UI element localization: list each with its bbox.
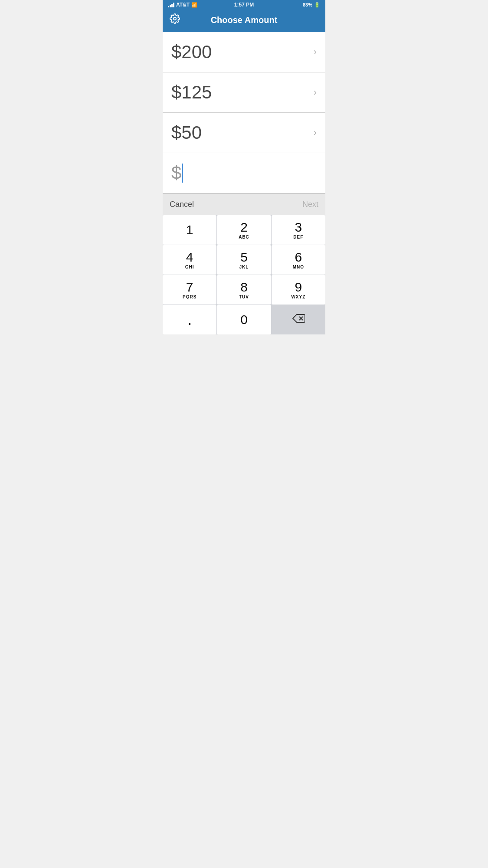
key-1[interactable]: 1 [163, 215, 216, 245]
currency-symbol: $ [171, 163, 181, 183]
key-0[interactable]: 0 [217, 305, 271, 334]
key-9[interactable]: 9WXYZ [272, 275, 325, 305]
key-6[interactable]: 6MNO [272, 245, 325, 275]
key-7[interactable]: 7PQRS [163, 275, 216, 305]
key-number-3: 3 [295, 221, 302, 234]
key-8[interactable]: 8TUV [217, 275, 271, 305]
chevron-icon-50: › [314, 127, 317, 138]
svg-point-0 [174, 17, 176, 20]
amount-list: $200 › $125 › $50 › $ [163, 32, 325, 193]
key-number-6: 6 [295, 251, 302, 264]
key-number-7: 7 [186, 281, 193, 294]
battery-percent: 83% [303, 2, 312, 7]
key-number-0: 0 [240, 313, 248, 326]
amount-value-50: $50 [171, 122, 202, 143]
key-number-5: 5 [240, 251, 248, 264]
delete-icon [292, 314, 305, 326]
key-letters-4: GHI [185, 265, 194, 269]
key-2[interactable]: 2ABC [217, 215, 271, 245]
key-dot[interactable]: . [163, 305, 216, 334]
status-bar: AT&T 📶 1:57 PM 83% 🔋 [163, 0, 325, 10]
key-number-8: 8 [240, 281, 248, 294]
amount-row-125[interactable]: $125 › [163, 72, 325, 113]
action-bar: Cancel Next [163, 193, 325, 215]
key-letters-9: WXYZ [291, 295, 305, 299]
key-letters-2: ABC [239, 235, 249, 239]
key-number-4: 4 [186, 251, 193, 264]
signal-bars [168, 2, 174, 7]
next-button[interactable]: Next [302, 198, 318, 211]
key-dot-symbol: . [187, 312, 192, 328]
carrier-label: AT&T [176, 2, 190, 8]
key-letters-6: MNO [293, 265, 304, 269]
key-number-9: 9 [295, 281, 302, 294]
amount-value-125: $125 [171, 82, 212, 103]
battery-icon: 🔋 [314, 2, 320, 8]
amount-value-200: $200 [171, 42, 212, 62]
key-letters-3: DEF [293, 235, 303, 239]
page-title: Choose Amount [211, 15, 278, 25]
key-5[interactable]: 5JKL [217, 245, 271, 275]
cancel-button[interactable]: Cancel [170, 198, 194, 211]
key-letters-7: PQRS [183, 295, 197, 299]
backspace-svg [292, 314, 305, 323]
wifi-icon: 📶 [191, 2, 197, 8]
status-left: AT&T 📶 [168, 2, 197, 8]
gear-button[interactable] [170, 13, 180, 26]
key-letters-8: TUV [239, 295, 249, 299]
gear-icon [170, 13, 180, 24]
text-cursor [182, 164, 183, 183]
nav-header: Choose Amount [163, 10, 325, 32]
custom-amount-row[interactable]: $ [163, 153, 325, 193]
status-right: 83% 🔋 [303, 2, 320, 8]
key-delete[interactable] [272, 305, 325, 334]
key-4[interactable]: 4GHI [163, 245, 216, 275]
key-number-1: 1 [186, 223, 193, 236]
key-number-2: 2 [240, 221, 248, 234]
key-3[interactable]: 3DEF [272, 215, 325, 245]
status-time: 1:57 PM [234, 2, 254, 8]
chevron-icon-200: › [314, 46, 317, 58]
key-letters-5: JKL [239, 265, 249, 269]
keypad: 12ABC3DEF4GHI5JKL6MNO7PQRS8TUV9WXYZ.0 [163, 215, 325, 334]
chevron-icon-125: › [314, 87, 317, 98]
amount-row-50[interactable]: $50 › [163, 113, 325, 153]
amount-row-200[interactable]: $200 › [163, 32, 325, 72]
